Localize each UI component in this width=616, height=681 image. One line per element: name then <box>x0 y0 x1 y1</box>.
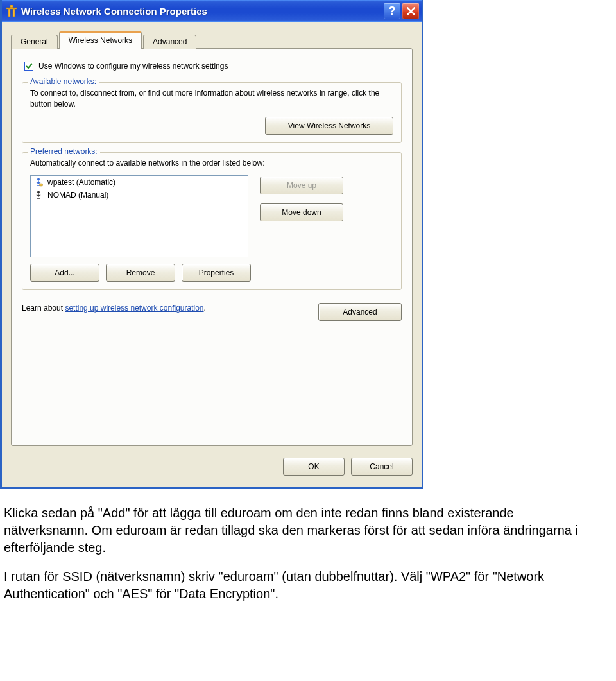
remove-button[interactable]: Remove <box>106 264 175 282</box>
list-item-label: NOMAD (Manual) <box>47 191 108 200</box>
tab-advanced[interactable]: Advanced <box>143 35 196 49</box>
available-networks-text: To connect to, disconnect from, or find … <box>30 88 393 110</box>
setup-wireless-link[interactable]: setting up wireless network configuratio… <box>65 304 203 313</box>
help-button[interactable]: ? <box>384 3 400 19</box>
network-icon <box>33 190 44 200</box>
svg-rect-2 <box>8 9 10 17</box>
list-item[interactable]: NOMAD (Manual) <box>31 189 248 202</box>
learn-text: Learn about setting up wireless network … <box>22 303 206 314</box>
svg-point-4 <box>37 178 40 181</box>
instruction-paragraph-1: Klicka sedan på "Add" för att lägga till… <box>4 504 594 556</box>
window-title: Wireless Network Connection Properties <box>21 6 382 17</box>
available-networks-group: Available networks: To connect to, disco… <box>22 82 402 143</box>
tab-panel-wireless-networks: Use Windows to configure my wireless net… <box>11 48 413 446</box>
move-down-button[interactable]: Move down <box>260 203 343 221</box>
list-item[interactable]: wpatest (Automatic) <box>31 176 248 189</box>
advanced-button[interactable]: Advanced <box>318 303 402 321</box>
move-up-button[interactable]: Move up <box>260 177 343 194</box>
svg-rect-5 <box>40 184 43 186</box>
svg-rect-0 <box>10 5 13 8</box>
svg-point-6 <box>37 191 40 194</box>
preferred-networks-text: Automatically connect to available netwo… <box>30 158 393 169</box>
tab-wireless-networks[interactable]: Wireless Networks <box>59 31 142 49</box>
preferred-networks-legend: Preferred networks: <box>28 147 100 156</box>
xp-window: Wireless Network Connection Properties ?… <box>0 0 424 489</box>
window-body: General Wireless Networks Advanced Use W… <box>2 22 422 487</box>
available-networks-legend: Available networks: <box>28 77 99 86</box>
check-icon <box>26 63 33 70</box>
tab-general[interactable]: General <box>11 35 58 49</box>
properties-button[interactable]: Properties <box>182 264 251 282</box>
use-windows-label: Use Windows to configure my wireless net… <box>38 62 228 71</box>
svg-rect-1 <box>6 8 17 9</box>
view-wireless-networks-button[interactable]: View Wireless Networks <box>265 117 393 135</box>
titlebar[interactable]: Wireless Network Connection Properties ? <box>2 0 422 22</box>
instruction-paragraph-2: I rutan för SSID (nätverksnamn) skriv "e… <box>4 568 594 603</box>
add-button[interactable]: Add... <box>30 264 99 282</box>
network-secure-icon <box>33 177 44 187</box>
app-icon <box>6 5 17 17</box>
close-button[interactable] <box>402 3 419 19</box>
use-windows-checkbox-row: Use Windows to configure my wireless net… <box>24 62 402 71</box>
tab-strip: General Wireless Networks Advanced <box>11 31 413 49</box>
preferred-networks-list[interactable]: wpatest (Automatic) NO <box>30 175 248 257</box>
cancel-button[interactable]: Cancel <box>351 458 413 476</box>
svg-rect-3 <box>13 9 15 17</box>
list-item-label: wpatest (Automatic) <box>47 178 116 187</box>
use-windows-checkbox[interactable] <box>24 62 33 71</box>
ok-button[interactable]: OK <box>283 458 345 476</box>
preferred-networks-group: Preferred networks: Automatically connec… <box>22 152 402 290</box>
